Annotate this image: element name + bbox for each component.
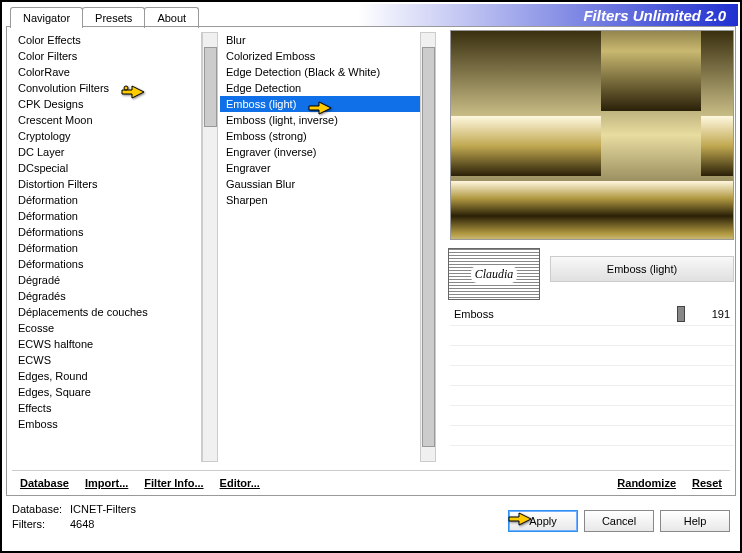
category-item[interactable]: Distortion Filters	[12, 176, 201, 192]
filter-list[interactable]: BlurColorized EmbossEdge Detection (Blac…	[220, 32, 420, 462]
status-db-label: Database:	[12, 502, 70, 517]
param-row-empty	[450, 386, 734, 406]
tab-bar: Navigator Presets About	[10, 7, 198, 28]
filter-item[interactable]: Emboss (light, inverse)	[220, 112, 420, 128]
import-button[interactable]: Import...	[77, 473, 136, 493]
category-item[interactable]: Emboss	[12, 416, 201, 432]
category-item[interactable]: Color Effects	[12, 32, 201, 48]
category-scrollbar[interactable]	[202, 32, 218, 462]
reset-button[interactable]: Reset	[684, 473, 730, 493]
author-logo: Claudia	[448, 248, 540, 300]
category-item[interactable]: Déplacements de couches	[12, 304, 201, 320]
scrollbar-thumb[interactable]	[422, 47, 435, 447]
filter-info-button[interactable]: Filter Info...	[136, 473, 211, 493]
filter-item[interactable]: Gaussian Blur	[220, 176, 420, 192]
category-item[interactable]: Déformation	[12, 240, 201, 256]
filter-scrollbar[interactable]	[420, 32, 436, 462]
slider-thumb[interactable]	[677, 306, 685, 322]
category-list[interactable]: Color EffectsColor FiltersColorRaveConvo…	[12, 32, 202, 462]
app-title: Filters Unlimited 2.0	[583, 7, 726, 24]
param-row-empty	[450, 426, 734, 446]
param-row-empty	[450, 406, 734, 426]
category-item[interactable]: Edges, Square	[12, 384, 201, 400]
status-bar: Database:ICNET-Filters Filters:4648	[12, 502, 136, 532]
category-item[interactable]: Déformation	[12, 192, 201, 208]
database-button[interactable]: Database	[12, 473, 77, 493]
category-item[interactable]: DCspecial	[12, 160, 201, 176]
filter-item[interactable]: Emboss (light)	[220, 96, 420, 112]
status-filters-value: 4648	[70, 518, 94, 530]
param-row[interactable]: Emboss191	[450, 302, 734, 326]
category-item[interactable]: Convolution Filters	[12, 80, 201, 96]
category-item[interactable]: Dégradés	[12, 288, 201, 304]
category-item[interactable]: Effects	[12, 400, 201, 416]
category-item[interactable]: Crescent Moon	[12, 112, 201, 128]
category-item[interactable]: Dégradé	[12, 272, 201, 288]
category-item[interactable]: ECWS	[12, 352, 201, 368]
category-item[interactable]: ColorRave	[12, 64, 201, 80]
filter-item[interactable]: Blur	[220, 32, 420, 48]
dialog-buttons: Apply Cancel Help	[508, 510, 730, 532]
category-item[interactable]: DC Layer	[12, 144, 201, 160]
status-db-value: ICNET-Filters	[70, 503, 136, 515]
bottom-toolbar: Database Import... Filter Info... Editor…	[12, 470, 730, 494]
category-item[interactable]: Ecosse	[12, 320, 201, 336]
filter-item[interactable]: Engraver (inverse)	[220, 144, 420, 160]
current-filter-title: Emboss (light)	[550, 256, 734, 282]
help-button[interactable]: Help	[660, 510, 730, 532]
tab-navigator[interactable]: Navigator	[10, 7, 83, 28]
status-filters-label: Filters:	[12, 517, 70, 532]
category-item[interactable]: CPK Designs	[12, 96, 201, 112]
category-item[interactable]: Edges, Round	[12, 368, 201, 384]
category-item[interactable]: Color Filters	[12, 48, 201, 64]
filter-item[interactable]: Edge Detection	[220, 80, 420, 96]
filter-item[interactable]: Emboss (strong)	[220, 128, 420, 144]
apply-button[interactable]: Apply	[508, 510, 578, 532]
param-row-empty	[450, 366, 734, 386]
parameter-panel: Emboss191	[450, 302, 734, 446]
preview-image	[450, 30, 734, 240]
randomize-button[interactable]: Randomize	[609, 473, 684, 493]
filter-item[interactable]: Edge Detection (Black & White)	[220, 64, 420, 80]
param-row-empty	[450, 346, 734, 366]
filter-item[interactable]: Sharpen	[220, 192, 420, 208]
filter-item[interactable]: Colorized Emboss	[220, 48, 420, 64]
param-row-empty	[450, 326, 734, 346]
filter-item[interactable]: Engraver	[220, 160, 420, 176]
category-item[interactable]: Cryptology	[12, 128, 201, 144]
category-item[interactable]: Déformations	[12, 256, 201, 272]
tab-about[interactable]: About	[144, 7, 199, 28]
category-item[interactable]: ECWS halftone	[12, 336, 201, 352]
category-item[interactable]: Déformations	[12, 224, 201, 240]
editor-button[interactable]: Editor...	[212, 473, 268, 493]
param-label: Emboss	[450, 308, 694, 320]
scrollbar-thumb[interactable]	[204, 47, 217, 127]
param-value: 191	[694, 308, 734, 320]
title-banner: Filters Unlimited 2.0	[358, 4, 738, 26]
category-item[interactable]: Déformation	[12, 208, 201, 224]
cancel-button[interactable]: Cancel	[584, 510, 654, 532]
tab-presets[interactable]: Presets	[82, 7, 145, 28]
